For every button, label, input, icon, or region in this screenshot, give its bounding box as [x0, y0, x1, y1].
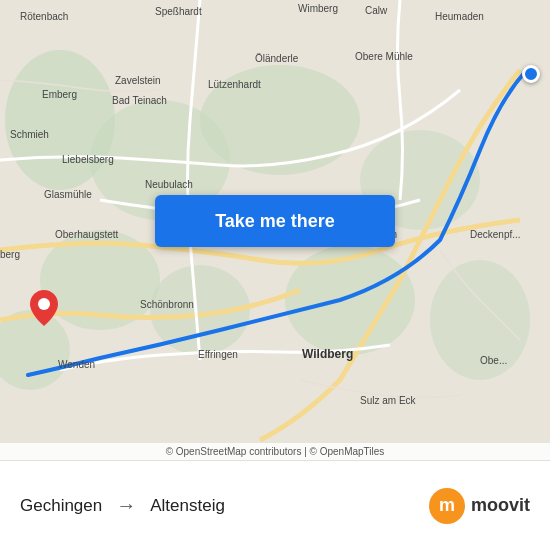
svg-text:Lützenhardt: Lützenhardt — [208, 79, 261, 90]
svg-text:Calw: Calw — [365, 5, 388, 16]
destination-marker — [522, 65, 540, 83]
moovit-text: moovit — [471, 495, 530, 516]
svg-text:Schmieh: Schmieh — [10, 129, 49, 140]
route-arrow: → — [116, 494, 136, 517]
svg-text:Öländerle: Öländerle — [255, 53, 299, 64]
svg-text:Schönbronn: Schönbronn — [140, 299, 194, 310]
take-me-there-button[interactable]: Take me there — [155, 195, 395, 247]
origin-city: Gechingen — [20, 496, 102, 516]
footer: Gechingen → Altensteig m moovit — [0, 460, 550, 550]
svg-text:Glasmühle: Glasmühle — [44, 189, 92, 200]
svg-text:Speßhardt: Speßhardt — [155, 6, 202, 17]
moovit-icon: m — [429, 488, 465, 524]
svg-text:Wimberg: Wimberg — [298, 3, 338, 14]
svg-text:Bad Teinach: Bad Teinach — [112, 95, 167, 106]
svg-text:Neubulach: Neubulach — [145, 179, 193, 190]
svg-text:Zavelstein: Zavelstein — [115, 75, 161, 86]
map-container: Rötenbach Speßhardt Wimberg Calw Heumade… — [0, 0, 550, 460]
svg-text:Wildberg: Wildberg — [302, 347, 353, 361]
moovit-logo: m moovit — [429, 488, 530, 524]
svg-text:Heumaden: Heumaden — [435, 11, 484, 22]
svg-text:Emberg: Emberg — [42, 89, 77, 100]
svg-text:Effringen: Effringen — [198, 349, 238, 360]
svg-text:berg: berg — [0, 249, 20, 260]
svg-text:Obere Mühle: Obere Mühle — [355, 51, 413, 62]
svg-text:Oberhaugstett: Oberhaugstett — [55, 229, 119, 240]
svg-text:Deckenpf...: Deckenpf... — [470, 229, 521, 240]
svg-text:Rötenbach: Rötenbach — [20, 11, 68, 22]
map-attribution: © OpenStreetMap contributors | © OpenMap… — [0, 443, 550, 460]
svg-point-35 — [38, 298, 50, 310]
route-info: Gechingen → Altensteig — [20, 494, 225, 517]
origin-marker — [30, 290, 58, 330]
svg-text:Liebelsberg: Liebelsberg — [62, 154, 114, 165]
destination-city: Altensteig — [150, 496, 225, 516]
svg-text:Obe...: Obe... — [480, 355, 507, 366]
svg-text:Wenden: Wenden — [58, 359, 95, 370]
svg-text:Sulz am Eck: Sulz am Eck — [360, 395, 417, 406]
